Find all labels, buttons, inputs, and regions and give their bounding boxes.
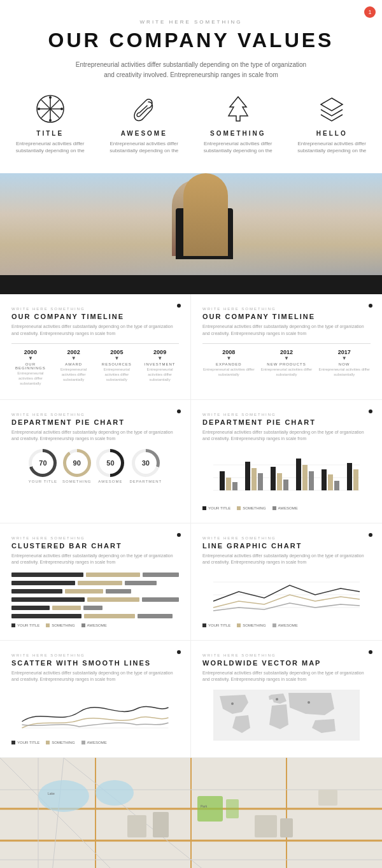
section-dot-sl (177, 650, 181, 654)
svg-rect-25 (309, 471, 314, 490)
svg-marker-10 (321, 98, 343, 111)
timeline-left-desc: Entrepreneurial activities differ substa… (11, 324, 179, 337)
pie-left-desc: Entrepreneurial activities differ substa… (11, 429, 179, 443)
section-dot-pr (369, 409, 372, 413)
timeline-year-2012: 2012 ▼ NEW PRODUCTS Entrepreneurial acti… (260, 349, 313, 378)
hero-section: WRITE HERE SOMETHING OUR COMPANY VALUES … (0, 0, 382, 173)
svg-point-51 (38, 780, 89, 812)
timeline-left: WRITE HERE SOMETHING OUR COMPANY TIMELIN… (0, 294, 191, 399)
icon-something: SOMETHING Entrepreneurial activities dif… (201, 93, 276, 154)
world-map-svg (202, 690, 371, 741)
svg-rect-19 (258, 473, 263, 490)
icon-something-desc: Entrepreneurial activities differ substa… (201, 140, 276, 154)
timeline-year-2002: 2002 ▼ AWARD Entrepreneurial activities … (55, 349, 93, 382)
pie-left-title: DEPARTMENT PIE CHART (11, 418, 179, 426)
scatter-section: WRITE HERE SOMETHING SCATTER WITH SMOOTH… (0, 641, 382, 758)
world-title: WORLDWIDE VECTOR MAP (202, 659, 371, 667)
timeline-year-2000: 2000 ▼ OUR BEGINNINGS Entrepreneurial ac… (11, 349, 50, 386)
icon-title-label: TITLE (13, 130, 88, 137)
svg-rect-56 (153, 812, 169, 837)
line-chart-svg (202, 573, 371, 617)
scatter-legend: YOUR TITLE SOMETHING AWESOME (11, 741, 179, 744)
hbar-chart (11, 573, 179, 618)
svg-rect-24 (302, 465, 308, 490)
scatter-svg (11, 690, 179, 734)
hero-write-here: WRITE HERE SOMETHING (13, 19, 369, 25)
icon-something-label: SOMETHING (201, 130, 276, 137)
icon-title: TITLE Entrepreneurial activities differ … (13, 93, 88, 154)
circles-row: 70 YOUR TITLE 90 SOMETHING 50 AWESOME (11, 449, 179, 483)
section-dot-tl (177, 304, 181, 308)
layers-icon (316, 93, 348, 125)
city-map: Lake Park (0, 758, 382, 868)
line-chart-right: WRITE HERE SOMETHING LINE GRAPHIC CHART … (191, 523, 382, 640)
pie-right-desc: Entrepreneurial activities differ substa… (202, 429, 371, 443)
paperclip-icon (128, 93, 160, 125)
world-map-right: WRITE HERE SOMETHING WORLDWIDE VECTOR MA… (191, 641, 382, 757)
svg-rect-15 (226, 478, 231, 490)
svg-point-6 (49, 119, 52, 122)
line-title: LINE GRAPHIC CHART (202, 542, 371, 550)
svg-point-5 (49, 96, 52, 99)
circle-90: 90 SOMETHING (62, 449, 91, 483)
pie-left-write-here: WRITE HERE SOMETHING (11, 413, 179, 416)
timeline-left-title: OUR COMPANY TIMELINE (11, 313, 179, 320)
timeline-year-2008: 2008 ▼ EXPANDED Entrepreneurial activiti… (202, 349, 255, 378)
svg-rect-30 (353, 469, 358, 490)
svg-point-8 (60, 108, 63, 110)
black-bar (0, 275, 382, 294)
timeline-year-2009: 2009 ▼ INVESTMENT Entrepreneurial activi… (141, 349, 179, 382)
section-dot-lr (369, 533, 372, 537)
timeline-right-title: OUR COMPANY TIMELINE (202, 313, 371, 320)
circle-70: 70 YOUR TITLE (29, 449, 57, 483)
section-dot-tr (369, 304, 372, 308)
hbar-left: WRITE HERE SOMETHING CLUSTERED BAR CHART… (0, 523, 191, 640)
line-write-here: WRITE HERE SOMETHING (202, 536, 371, 540)
timeline-right-years: 2008 ▼ EXPANDED Entrepreneurial activiti… (202, 349, 371, 378)
svg-point-36 (231, 702, 234, 705)
svg-rect-28 (334, 481, 339, 490)
pie-left: WRITE HERE SOMETHING DEPARTMENT PIE CHAR… (0, 400, 191, 523)
svg-marker-9 (229, 97, 248, 121)
section-dot-wr (369, 650, 372, 654)
hbar-write-here: WRITE HERE SOMETHING (11, 536, 179, 540)
svg-rect-23 (296, 459, 301, 490)
hbar-title: CLUSTERED BAR CHART (11, 542, 179, 550)
svg-point-52 (96, 780, 134, 806)
svg-rect-58 (280, 818, 293, 837)
bar-chart-svg (202, 449, 371, 500)
scatter-write-here: WRITE HERE SOMETHING (11, 653, 179, 657)
circle-50: 50 AWESOME (96, 449, 124, 483)
timeline-section: WRITE HERE SOMETHING OUR COMPANY TIMELIN… (0, 294, 382, 399)
hero-subtitle: Entrepreneurial activities differ substa… (70, 60, 312, 80)
hbar-desc: Entrepreneurial activities differ substa… (11, 553, 179, 566)
hbar-legend: YOUR TITLE SOMETHING AWESOME (11, 623, 179, 627)
icon-hello-desc: Entrepreneurial activities differ substa… (295, 140, 370, 154)
svg-rect-22 (283, 480, 288, 490)
chart-section: WRITE HERE SOMETHING CLUSTERED BAR CHART… (0, 523, 382, 641)
svg-rect-17 (245, 462, 250, 490)
timeline-left-write-here: WRITE HERE SOMETHING (11, 307, 179, 311)
timeline-year-2017: 2017 ▼ NOW Entrepreneurial activities di… (318, 349, 371, 378)
icon-title-desc: Entrepreneurial activities differ substa… (13, 140, 88, 154)
svg-rect-29 (347, 463, 352, 490)
svg-point-38 (308, 701, 310, 704)
svg-point-37 (276, 698, 278, 701)
svg-rect-20 (271, 467, 276, 490)
scatter-desc: Entrepreneurial activities differ substa… (11, 670, 179, 683)
line-desc: Entrepreneurial activities differ substa… (202, 553, 371, 566)
svg-point-7 (38, 108, 40, 110)
pie-right-title: DEPARTMENT PIE CHART (202, 418, 371, 426)
timeline-left-line (11, 343, 179, 344)
pie-section: WRITE HERE SOMETHING DEPARTMENT PIE CHAR… (0, 400, 382, 523)
icon-hello: HELLO Entrepreneurial activities differ … (295, 93, 370, 154)
icon-awesome-label: AWESOME (107, 130, 182, 137)
svg-rect-14 (220, 471, 225, 490)
svg-rect-59 (318, 790, 337, 806)
svg-text:Park: Park (201, 804, 208, 808)
timeline-year-2005: 2005 ▼ RESOURCES Entrepreneurial activit… (98, 349, 136, 382)
svg-rect-26 (322, 469, 327, 490)
timeline-right-write-here: WRITE HERE SOMETHING (202, 307, 371, 311)
section-dot-hl (177, 533, 181, 537)
scatter-title: SCATTER WITH SMOOTH LINES (11, 659, 179, 667)
